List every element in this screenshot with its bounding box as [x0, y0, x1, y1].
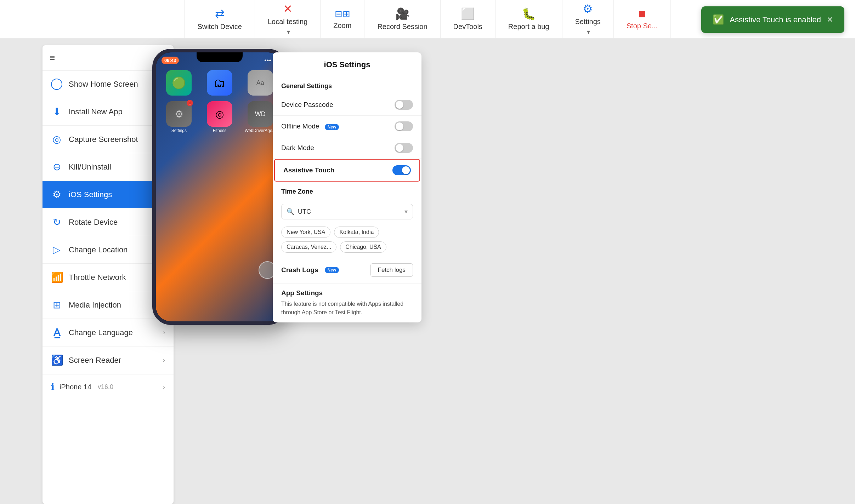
sidebar-footer[interactable]: ℹ iPhone 14 v16.0 ›	[43, 374, 174, 400]
settings-chevron: ▾	[587, 28, 590, 36]
media-injection-icon: ⊞	[51, 299, 62, 311]
phone-home-button[interactable]	[209, 322, 230, 324]
settings-panel: iOS Settings General Settings Device Pas…	[273, 52, 421, 322]
phone-time: 09:43	[162, 57, 179, 64]
app-wrapper-1: 🟢	[162, 70, 197, 96]
device-info-icon: ℹ	[51, 382, 55, 393]
settings-app-icon: ⚙	[175, 108, 183, 120]
app3-icon: Aa	[256, 79, 264, 87]
app-icon-3[interactable]: Aa	[248, 70, 273, 96]
timezone-pill-new-york[interactable]: New York, USA	[281, 227, 330, 238]
sidebar-item-screen-reader[interactable]: ♿ Screen Reader ›	[43, 346, 174, 374]
record-session-icon: 🎥	[395, 7, 409, 21]
screen-reader-chevron: ›	[163, 356, 165, 364]
throttle-network-icon: 📶	[51, 271, 62, 283]
sidebar-item-change-location-label: Change Location	[69, 245, 157, 254]
capture-screenshot-icon: ◎	[51, 133, 62, 145]
settings-panel-header: iOS Settings	[273, 52, 421, 76]
kill-uninstall-icon: ⊖	[51, 161, 62, 173]
phone-frame: 09:43 ●●● 🔋 🟢 🗂	[152, 49, 287, 325]
webdriver-icon: WD	[255, 110, 266, 118]
timezone-chevron: ▾	[404, 208, 408, 216]
webdriver-app-label: WebDriverAge...	[245, 128, 276, 133]
timezone-pill-chicago[interactable]: Chicago, USA	[340, 241, 386, 253]
device-passcode-toggle[interactable]	[395, 100, 413, 110]
zoom-label: Zoom	[333, 22, 351, 30]
toolbar-stop-session[interactable]: ⏹ Stop Se...	[614, 0, 671, 38]
hamburger-icon[interactable]: ≡	[50, 52, 55, 63]
toolbar-zoom[interactable]: ⊟⊞ Zoom	[321, 0, 364, 38]
sidebar-item-screen-reader-label: Screen Reader	[69, 356, 157, 365]
offline-mode-badge: New	[325, 124, 339, 130]
timezone-pills: New York, USA Kolkata, India Caracas, Ve…	[273, 224, 421, 258]
sidebar-item-change-language-label: Change Language	[69, 328, 157, 337]
settings-icon: ⚙	[583, 2, 593, 16]
app-wrapper-5: ◎ Fitness	[202, 101, 237, 133]
device-passcode-knob	[396, 101, 403, 109]
phone-notch	[197, 52, 243, 62]
settings-app-label: Settings	[171, 128, 187, 133]
app-icon-2[interactable]: 🗂	[207, 70, 232, 96]
local-testing-label: Local testing	[268, 18, 307, 26]
offline-mode-toggle[interactable]	[395, 121, 413, 131]
sidebar-item-capture-screenshot-label: Capture Screenshot	[69, 135, 165, 144]
toolbar-record-session[interactable]: 🎥 Record Session	[364, 0, 440, 38]
settings-panel-title: iOS Settings	[324, 60, 370, 69]
app2-icon: 🗂	[214, 76, 225, 90]
settings-row-device-passcode: Device Passcode	[273, 94, 421, 116]
assistive-touch-toggle[interactable]	[392, 165, 411, 175]
dark-mode-knob	[396, 144, 403, 152]
timezone-search[interactable]: 🔍 ▾	[281, 204, 413, 219]
fetch-logs-button[interactable]: Fetch logs	[370, 263, 413, 277]
sidebar-item-show-home-screen-label: Show Home Screen	[69, 80, 165, 89]
app-icon-1[interactable]: 🟢	[166, 70, 192, 96]
fitness-app-label: Fitness	[213, 128, 227, 133]
rotate-device-icon: ↻	[51, 216, 62, 228]
timezone-pill-kolkata[interactable]: Kolkata, India	[334, 227, 379, 238]
offline-mode-label: Offline Mode New	[281, 122, 339, 130]
timezone-search-input[interactable]	[298, 208, 401, 216]
toast-close-button[interactable]: ✕	[827, 15, 833, 24]
show-home-screen-icon	[51, 79, 62, 90]
toast-success-icon: ✅	[713, 14, 724, 25]
toolbar-switch-device[interactable]: ⇄ Switch Device	[184, 0, 255, 38]
app-icon-settings[interactable]: ⚙ 1	[166, 101, 192, 127]
app-settings-description: This feature is not compatible with Apps…	[281, 300, 413, 317]
report-bug-label: Report a bug	[508, 23, 549, 31]
app-icon-fitness[interactable]: ◎	[207, 101, 232, 127]
general-settings-title: General Settings	[273, 76, 421, 94]
local-testing-icon: ✕	[283, 2, 293, 16]
sidebar-item-throttle-network-label: Throttle Network	[69, 273, 157, 282]
zoom-icon: ⊟⊞	[335, 8, 350, 19]
sidebar-footer-version: v16.0	[98, 383, 113, 391]
toolbar-report-bug[interactable]: 🐛 Report a bug	[496, 0, 562, 38]
time-zone-title: Time Zone	[273, 182, 421, 200]
sidebar-item-ios-settings-label: iOS Settings	[69, 190, 157, 199]
timezone-pill-caracas[interactable]: Caracas, Venez...	[281, 241, 336, 253]
switch-device-icon: ⇄	[215, 7, 225, 21]
dark-mode-toggle[interactable]	[395, 143, 413, 153]
stop-session-label: Stop Se...	[627, 22, 658, 30]
app-wrapper-2: 🗂	[202, 70, 237, 96]
switch-device-label: Switch Device	[197, 23, 242, 31]
app-icon-webdriver[interactable]: WD	[248, 101, 273, 127]
sidebar-footer-device: iPhone 14	[60, 383, 91, 391]
local-testing-chevron: ▾	[287, 28, 290, 36]
phone-screen[interactable]: 09:43 ●●● 🔋 🟢 🗂	[156, 52, 283, 321]
crash-logs-badge: New	[325, 267, 339, 273]
change-language-chevron: ›	[163, 329, 165, 336]
sidebar-item-kill-uninstall-label: Kill/Uninstall	[69, 162, 157, 172]
settings-row-assistive-touch: Assistive Touch	[274, 159, 420, 182]
sidebar-item-install-new-app-label: Install New App	[69, 107, 165, 116]
toolbar-devtools[interactable]: ⬜ DevTools	[441, 0, 496, 38]
offline-mode-knob	[396, 122, 403, 130]
assistive-touch-label: Assistive Touch	[283, 166, 334, 174]
fitness-icon: ◎	[215, 108, 224, 120]
settings-row-offline-mode: Offline Mode New	[273, 116, 421, 137]
toast-message: Assistive Touch is enabled	[730, 15, 821, 24]
stop-session-icon: ⏹	[637, 8, 647, 20]
app-grid: 🟢 🗂 Aa ⚙	[162, 70, 278, 133]
toolbar-local-testing[interactable]: ✕ Local testing ▾	[255, 0, 321, 38]
toolbar-settings[interactable]: ⚙ Settings ▾	[562, 0, 614, 38]
phone-container: 09:43 ●●● 🔋 🟢 🗂	[152, 49, 287, 325]
